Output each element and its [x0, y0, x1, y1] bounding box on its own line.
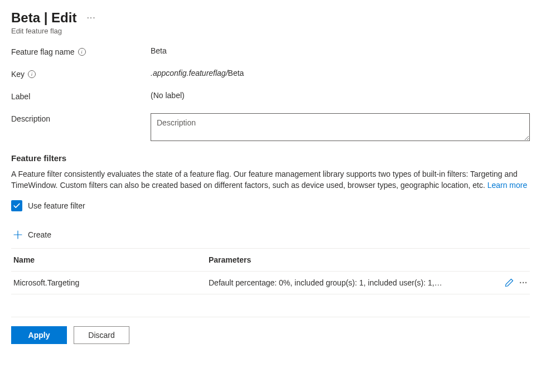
- key-label: Key i: [11, 69, 151, 79]
- row-name: Microsoft.Targeting: [13, 278, 209, 287]
- filters-heading: Feature filters: [11, 153, 530, 163]
- description-input[interactable]: [151, 113, 530, 141]
- page-title: Beta | Edit: [11, 10, 76, 26]
- edit-icon[interactable]: [505, 278, 514, 287]
- description-label: Description: [11, 113, 151, 123]
- filters-description: A Feature filter consistently evaluates …: [11, 168, 530, 191]
- info-icon[interactable]: i: [78, 48, 86, 56]
- name-label: Feature flag name i: [11, 46, 151, 56]
- table-row[interactable]: Microsoft.Targeting Default percentage: …: [11, 272, 530, 294]
- page-subtitle: Edit feature flag: [11, 27, 530, 35]
- discard-button[interactable]: Discard: [74, 326, 129, 344]
- label-label: Label: [11, 91, 151, 101]
- th-name: Name: [13, 255, 209, 264]
- key-value: .appconfig.featureflag/Beta: [151, 69, 530, 78]
- apply-button[interactable]: Apply: [11, 326, 67, 344]
- name-value: Beta: [151, 46, 530, 55]
- use-filter-checkbox[interactable]: [11, 200, 22, 211]
- create-button[interactable]: Create: [11, 227, 530, 243]
- info-icon[interactable]: i: [28, 70, 36, 78]
- use-filter-label: Use feature filter: [28, 201, 85, 210]
- label-value: (No label): [151, 91, 530, 100]
- row-params: Default percentage: 0%, included group(s…: [209, 278, 500, 287]
- table-header: Name Parameters: [11, 248, 530, 272]
- row-more-icon[interactable]: ···: [519, 278, 528, 287]
- plus-icon: [13, 230, 22, 239]
- learn-more-link[interactable]: Learn more: [487, 181, 528, 190]
- check-icon: [13, 202, 21, 210]
- th-params: Parameters: [209, 255, 528, 264]
- footer: Apply Discard: [11, 317, 530, 344]
- more-icon[interactable]: ···: [86, 13, 95, 23]
